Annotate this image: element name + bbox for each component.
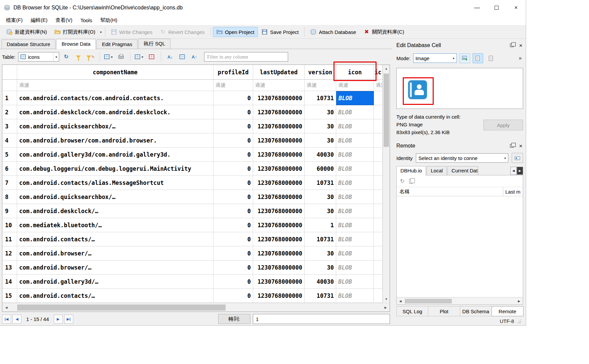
cell-lastUpdated[interactable]: 1230768000000 xyxy=(253,148,305,162)
cell-profileId[interactable]: 0 xyxy=(213,232,253,246)
table-row[interactable]: 11 com.android.contacts/… 0 123076800000… xyxy=(2,232,383,246)
cell-lastUpdated[interactable]: 1230768000000 xyxy=(253,260,305,275)
print-button[interactable] xyxy=(116,52,126,62)
tab-edit-pragmas[interactable]: Edit Pragmas xyxy=(96,39,138,49)
cell-partial[interactable] xyxy=(374,246,383,260)
text-mode-button[interactable] xyxy=(473,53,483,63)
cell-icon[interactable]: BLOB xyxy=(336,246,374,260)
table-row[interactable]: 1 com.android.contacts/com.android.conta… xyxy=(2,91,383,105)
encoding-indicator[interactable]: UTF-8 xyxy=(500,318,514,324)
cell-partial[interactable] xyxy=(374,162,383,176)
cell-version[interactable]: 30 xyxy=(305,105,336,119)
scroll-right-icon[interactable]: ▶ xyxy=(515,297,523,305)
cell-partial[interactable] xyxy=(374,260,383,275)
cell-lastUpdated[interactable]: 1230768000000 xyxy=(253,119,305,133)
cell-version[interactable]: 30 xyxy=(305,260,336,275)
table-row[interactable]: 7 com.android.contacts/alias.MessageShor… xyxy=(2,176,383,190)
cell-profileId[interactable]: 0 xyxy=(213,218,253,232)
goto-record-input[interactable] xyxy=(253,314,390,324)
filter-funnel-button[interactable] xyxy=(73,52,83,62)
cell-profileId[interactable]: 0 xyxy=(213,289,253,303)
cell-version[interactable]: 30 xyxy=(305,190,336,204)
cell-profileId[interactable]: 0 xyxy=(213,204,253,218)
cell-profileId[interactable]: 0 xyxy=(213,119,253,133)
remote-tab-current[interactable]: Current Dat xyxy=(447,166,478,175)
cell-lastUpdated[interactable]: 1230768000000 xyxy=(253,204,305,218)
table-row[interactable]: 2 com.android.deskclock/com.android.desk… xyxy=(2,105,383,119)
cell-icon[interactable]: BLOB xyxy=(336,289,374,303)
cell-partial[interactable] xyxy=(374,91,383,105)
maximize-button[interactable] xyxy=(487,0,506,15)
remote-refresh-icon[interactable]: ↻ xyxy=(400,178,404,184)
remote-column-lastmodified[interactable]: Last m xyxy=(503,187,523,196)
import-image-button[interactable] xyxy=(460,53,470,63)
menu-help[interactable]: 幫助(H) xyxy=(96,15,121,25)
identity-select[interactable]: Select an identity to conne ▾ xyxy=(416,153,508,163)
cell-componentName[interactable]: com.mediatek.bluetooth/… xyxy=(17,218,213,232)
dock-tab-remote[interactable]: Remote xyxy=(492,306,523,316)
column-header-componentName[interactable]: componentName xyxy=(17,65,213,80)
table-row[interactable]: 14 com.android.gallery3d/… 0 12307680000… xyxy=(2,275,383,289)
cell-icon[interactable]: BLOB xyxy=(336,91,374,105)
filter-profileId[interactable]: 過濾 xyxy=(213,80,253,91)
cell-profileId[interactable]: 0 xyxy=(213,260,253,275)
tab-browse-data[interactable]: Browse Data xyxy=(56,39,96,49)
goto-button[interactable]: 轉到: xyxy=(218,314,250,324)
new-database-button[interactable]: 新建資料庫(N) xyxy=(3,27,51,37)
cell-componentName[interactable]: com.android.browser/… xyxy=(17,260,213,275)
cell-version[interactable]: 30 xyxy=(305,204,336,218)
filter-icon[interactable]: 過濾 xyxy=(336,80,374,91)
scroll-left-icon[interactable]: ◀ xyxy=(397,297,404,305)
cell-version[interactable]: 10731 xyxy=(305,289,336,303)
cell-lastUpdated[interactable]: 1230768000000 xyxy=(253,275,305,289)
cell-partial[interactable] xyxy=(374,218,383,232)
remote-scroll-thumb[interactable] xyxy=(405,299,452,304)
cell-lastUpdated[interactable]: 1230768000000 xyxy=(253,91,305,105)
cell-partial[interactable] xyxy=(374,232,383,246)
cell-componentName[interactable]: com.debug.loggerui/com.debug.loggerui.Ma… xyxy=(17,162,213,176)
cell-lastUpdated[interactable]: 1230768000000 xyxy=(253,176,305,190)
dock-tab-sql-log[interactable]: SQL Log xyxy=(396,306,428,316)
column-header-profileId[interactable]: profileId xyxy=(213,65,253,80)
filter-version[interactable]: 過濾 xyxy=(305,80,336,91)
column-header-icon[interactable]: icon xyxy=(336,65,374,80)
table-row[interactable]: 6 com.debug.loggerui/com.debug.loggerui.… xyxy=(2,162,383,176)
cell-componentName[interactable]: com.android.gallery3d/… xyxy=(17,275,213,289)
clone-database-icon[interactable] xyxy=(409,179,413,184)
revert-changes-button[interactable]: ↻ Revert Changes xyxy=(156,27,208,37)
corner-cell[interactable] xyxy=(2,65,17,80)
cell-icon[interactable]: BLOB xyxy=(336,232,374,246)
table-row[interactable]: 3 com.android.quicksearchbox/… 0 1230768… xyxy=(2,119,383,133)
cell-partial[interactable] xyxy=(374,119,383,133)
global-filter-input[interactable] xyxy=(204,52,288,62)
table-row[interactable]: 10 com.mediatek.bluetooth/… 0 1230768000… xyxy=(2,218,383,232)
menu-view[interactable]: 查看(V) xyxy=(51,15,76,25)
cell-componentName[interactable]: com.android.gallery3d/com.android.galler… xyxy=(17,148,213,162)
cell-componentName[interactable]: com.android.deskclock/com.android.deskcl… xyxy=(17,105,213,119)
cell-icon[interactable]: BLOB xyxy=(336,119,374,133)
open-database-dropdown-arrow[interactable]: ▾ xyxy=(99,30,103,34)
cell-icon[interactable]: BLOB xyxy=(336,260,374,275)
insert-record-button[interactable]: ▾ xyxy=(134,52,145,62)
cell-lastUpdated[interactable]: 1230768000000 xyxy=(253,246,305,260)
table-row[interactable]: 4 com.android.browser/com.android.browse… xyxy=(2,133,383,148)
sort-asc-button[interactable]: A↓ xyxy=(165,52,175,62)
menu-edit[interactable]: 編輯(E) xyxy=(27,15,51,25)
last-page-button[interactable]: ▶| xyxy=(64,315,73,324)
filter-partial[interactable]: 過濾 xyxy=(374,80,383,91)
cell-profileId[interactable]: 0 xyxy=(213,162,253,176)
cell-icon[interactable]: BLOB xyxy=(336,275,374,289)
cell-profileId[interactable]: 0 xyxy=(213,190,253,204)
scroll-up-icon[interactable]: ▲ xyxy=(383,65,390,72)
close-panel-icon[interactable]: × xyxy=(519,143,522,149)
table-row[interactable]: 8 com.android.quicksearchbox/… 0 1230768… xyxy=(2,190,383,204)
previous-page-button[interactable]: ◀ xyxy=(12,315,22,324)
menu-file[interactable]: 檔案(F) xyxy=(2,15,27,25)
next-page-button[interactable]: ▶ xyxy=(54,315,63,324)
minimize-button[interactable]: — xyxy=(467,0,487,15)
dock-tab-plot[interactable]: Plot xyxy=(428,306,460,316)
cell-icon[interactable]: BLOB xyxy=(336,133,374,148)
save-table-button[interactable]: ▾ xyxy=(104,52,114,62)
cell-icon[interactable]: BLOB xyxy=(336,204,374,218)
cell-version[interactable]: 10731 xyxy=(305,176,336,190)
